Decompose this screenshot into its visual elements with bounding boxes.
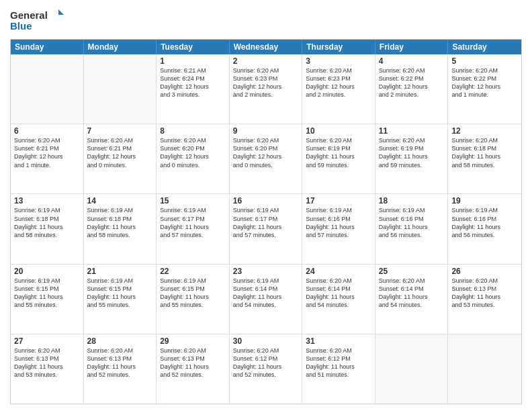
calendar-cell: 25Sunrise: 6:20 AM Sunset: 6:14 PM Dayli… xyxy=(375,265,449,334)
cell-details: Sunrise: 6:20 AM Sunset: 6:19 PM Dayligh… xyxy=(379,136,445,169)
calendar-body: 1Sunrise: 6:21 AM Sunset: 6:24 PM Daylig… xyxy=(11,54,521,404)
header: General Blue xyxy=(10,7,522,35)
cell-details: Sunrise: 6:20 AM Sunset: 6:23 PM Dayligh… xyxy=(306,66,371,99)
calendar-cell: 30Sunrise: 6:20 AM Sunset: 6:12 PM Dayli… xyxy=(230,334,303,404)
calendar-cell: 28Sunrise: 6:20 AM Sunset: 6:13 PM Dayli… xyxy=(84,334,157,404)
cell-details: Sunrise: 6:20 AM Sunset: 6:18 PM Dayligh… xyxy=(451,136,518,169)
cell-details: Sunrise: 6:20 AM Sunset: 6:13 PM Dayligh… xyxy=(14,347,80,379)
cell-details: Sunrise: 6:20 AM Sunset: 6:13 PM Dayligh… xyxy=(451,277,518,310)
day-number: 18 xyxy=(379,196,445,205)
day-number: 19 xyxy=(451,196,518,205)
cell-details: Sunrise: 6:19 AM Sunset: 6:16 PM Dayligh… xyxy=(451,206,518,239)
calendar-cell: 29Sunrise: 6:20 AM Sunset: 6:13 PM Dayli… xyxy=(157,334,230,404)
calendar-cell: 17Sunrise: 6:19 AM Sunset: 6:16 PM Dayli… xyxy=(302,194,375,263)
day-number: 16 xyxy=(233,196,299,205)
day-number: 31 xyxy=(306,336,371,346)
calendar-cell: 26Sunrise: 6:20 AM Sunset: 6:13 PM Dayli… xyxy=(448,265,521,334)
calendar-row-1: 6Sunrise: 6:20 AM Sunset: 6:21 PM Daylig… xyxy=(11,124,521,194)
header-day-wednesday: Wednesday xyxy=(230,40,303,54)
day-number: 27 xyxy=(14,336,80,346)
calendar-cell: 3Sunrise: 6:20 AM Sunset: 6:23 PM Daylig… xyxy=(302,54,375,124)
calendar-cell: 22Sunrise: 6:19 AM Sunset: 6:15 PM Dayli… xyxy=(157,265,230,334)
day-number: 9 xyxy=(233,126,299,136)
cell-details: Sunrise: 6:19 AM Sunset: 6:15 PM Dayligh… xyxy=(14,277,80,310)
calendar-cell: 12Sunrise: 6:20 AM Sunset: 6:18 PM Dayli… xyxy=(448,124,521,193)
cell-details: Sunrise: 6:20 AM Sunset: 6:13 PM Dayligh… xyxy=(160,347,226,379)
header-day-sunday: Sunday xyxy=(11,40,84,54)
calendar-cell xyxy=(84,54,157,124)
calendar-cell: 18Sunrise: 6:19 AM Sunset: 6:16 PM Dayli… xyxy=(375,194,449,263)
cell-details: Sunrise: 6:19 AM Sunset: 6:15 PM Dayligh… xyxy=(160,277,226,310)
day-number: 8 xyxy=(160,126,226,136)
day-number: 4 xyxy=(379,56,445,66)
cell-details: Sunrise: 6:20 AM Sunset: 6:14 PM Dayligh… xyxy=(379,277,445,310)
cell-details: Sunrise: 6:20 AM Sunset: 6:19 PM Dayligh… xyxy=(306,136,371,169)
calendar-cell: 5Sunrise: 6:20 AM Sunset: 6:22 PM Daylig… xyxy=(448,54,521,124)
day-number: 13 xyxy=(14,196,80,205)
day-number: 30 xyxy=(233,336,299,346)
calendar-cell: 13Sunrise: 6:19 AM Sunset: 6:18 PM Dayli… xyxy=(11,194,84,263)
logo: General Blue xyxy=(10,7,64,35)
calendar-cell xyxy=(375,334,449,404)
logo-svg: General Blue xyxy=(10,7,64,35)
page: General Blue SundayMondayTuesdayWednesda… xyxy=(0,0,532,411)
cell-details: Sunrise: 6:19 AM Sunset: 6:14 PM Dayligh… xyxy=(233,277,299,310)
cell-details: Sunrise: 6:20 AM Sunset: 6:12 PM Dayligh… xyxy=(233,347,299,379)
calendar-cell: 31Sunrise: 6:20 AM Sunset: 6:12 PM Dayli… xyxy=(302,334,375,404)
cell-details: Sunrise: 6:20 AM Sunset: 6:13 PM Dayligh… xyxy=(87,347,153,379)
svg-text:Blue: Blue xyxy=(10,20,32,32)
day-number: 3 xyxy=(306,56,371,66)
day-number: 22 xyxy=(160,267,226,276)
calendar-header: SundayMondayTuesdayWednesdayThursdayFrid… xyxy=(11,40,521,54)
cell-details: Sunrise: 6:20 AM Sunset: 6:12 PM Dayligh… xyxy=(306,347,371,379)
cell-details: Sunrise: 6:20 AM Sunset: 6:23 PM Dayligh… xyxy=(233,66,299,99)
calendar-cell: 6Sunrise: 6:20 AM Sunset: 6:21 PM Daylig… xyxy=(11,124,84,193)
calendar-cell: 1Sunrise: 6:21 AM Sunset: 6:24 PM Daylig… xyxy=(157,54,230,124)
cell-details: Sunrise: 6:20 AM Sunset: 6:14 PM Dayligh… xyxy=(306,277,371,310)
calendar-row-3: 20Sunrise: 6:19 AM Sunset: 6:15 PM Dayli… xyxy=(11,265,521,334)
calendar-cell: 7Sunrise: 6:20 AM Sunset: 6:21 PM Daylig… xyxy=(84,124,157,193)
day-number: 24 xyxy=(306,267,371,276)
day-number: 14 xyxy=(87,196,153,205)
svg-text:General: General xyxy=(10,9,48,21)
day-number: 11 xyxy=(379,126,445,136)
day-number: 17 xyxy=(306,196,371,205)
calendar-cell: 20Sunrise: 6:19 AM Sunset: 6:15 PM Dayli… xyxy=(11,265,84,334)
calendar-cell: 24Sunrise: 6:20 AM Sunset: 6:14 PM Dayli… xyxy=(302,265,375,334)
cell-details: Sunrise: 6:19 AM Sunset: 6:17 PM Dayligh… xyxy=(233,206,299,239)
calendar-cell: 2Sunrise: 6:20 AM Sunset: 6:23 PM Daylig… xyxy=(230,54,303,124)
day-number: 5 xyxy=(451,56,518,66)
day-number: 7 xyxy=(87,126,153,136)
day-number: 1 xyxy=(160,56,226,66)
header-day-thursday: Thursday xyxy=(302,40,375,54)
day-number: 15 xyxy=(160,196,226,205)
day-number: 26 xyxy=(451,267,518,276)
cell-details: Sunrise: 6:19 AM Sunset: 6:16 PM Dayligh… xyxy=(306,206,371,239)
day-number: 25 xyxy=(379,267,445,276)
cell-details: Sunrise: 6:20 AM Sunset: 6:20 PM Dayligh… xyxy=(160,136,226,169)
day-number: 28 xyxy=(87,336,153,346)
calendar-cell: 10Sunrise: 6:20 AM Sunset: 6:19 PM Dayli… xyxy=(302,124,375,193)
cell-details: Sunrise: 6:19 AM Sunset: 6:18 PM Dayligh… xyxy=(14,206,80,239)
calendar-cell: 21Sunrise: 6:19 AM Sunset: 6:15 PM Dayli… xyxy=(84,265,157,334)
cell-details: Sunrise: 6:19 AM Sunset: 6:18 PM Dayligh… xyxy=(87,206,153,239)
calendar-cell xyxy=(448,334,521,404)
cell-details: Sunrise: 6:21 AM Sunset: 6:24 PM Dayligh… xyxy=(160,66,226,99)
cell-details: Sunrise: 6:20 AM Sunset: 6:21 PM Dayligh… xyxy=(14,136,80,169)
header-day-friday: Friday xyxy=(375,40,449,54)
calendar-row-4: 27Sunrise: 6:20 AM Sunset: 6:13 PM Dayli… xyxy=(11,334,521,404)
calendar-row-0: 1Sunrise: 6:21 AM Sunset: 6:24 PM Daylig… xyxy=(11,54,521,124)
header-day-tuesday: Tuesday xyxy=(157,40,230,54)
calendar-cell: 11Sunrise: 6:20 AM Sunset: 6:19 PM Dayli… xyxy=(375,124,449,193)
calendar: SundayMondayTuesdayWednesdayThursdayFrid… xyxy=(10,39,522,404)
cell-details: Sunrise: 6:19 AM Sunset: 6:15 PM Dayligh… xyxy=(87,277,153,310)
cell-details: Sunrise: 6:20 AM Sunset: 6:22 PM Dayligh… xyxy=(451,66,518,99)
cell-details: Sunrise: 6:19 AM Sunset: 6:16 PM Dayligh… xyxy=(379,206,445,239)
svg-marker-2 xyxy=(58,9,64,15)
header-day-monday: Monday xyxy=(84,40,157,54)
day-number: 12 xyxy=(451,126,518,136)
day-number: 21 xyxy=(87,267,153,276)
header-day-saturday: Saturday xyxy=(448,40,521,54)
calendar-cell: 19Sunrise: 6:19 AM Sunset: 6:16 PM Dayli… xyxy=(448,194,521,263)
cell-details: Sunrise: 6:20 AM Sunset: 6:20 PM Dayligh… xyxy=(233,136,299,169)
